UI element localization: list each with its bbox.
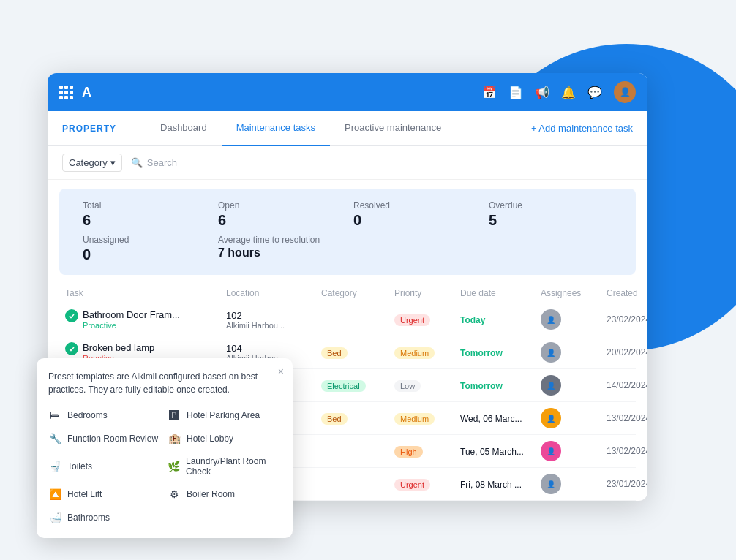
list-item[interactable]: 🏨 Hotel Lobby xyxy=(168,430,281,447)
popup-item-label: Function Room Review xyxy=(67,434,158,444)
tab-maintenance-tasks[interactable]: Maintenance tasks xyxy=(222,111,330,146)
category-badge: Bed xyxy=(321,413,348,425)
due-date: Tomorrow xyxy=(460,348,503,358)
assignee-avatar: 👤 xyxy=(541,474,561,494)
search-bar[interactable]: 🔍 Search xyxy=(131,157,177,168)
assignee-cell: 👤 xyxy=(541,342,607,363)
col-created: Created xyxy=(607,288,647,298)
assignee-avatar: 👤 xyxy=(541,375,561,396)
toilets-icon: 🚽 xyxy=(48,461,61,472)
bed-icon: 🛏 xyxy=(48,409,61,421)
category-badge: Electrical xyxy=(321,380,366,392)
stat-avg-label: Average time to resolution xyxy=(218,235,477,245)
lift-icon: 🔼 xyxy=(48,488,61,500)
stat-open-label: Open xyxy=(218,200,342,211)
list-item[interactable]: 🚽 Toilets xyxy=(48,453,162,480)
stat-total-value: 6 xyxy=(83,212,206,229)
list-item[interactable]: 🛏 Bedrooms xyxy=(48,406,162,424)
task-cell-1: Bathroom Door Fram... Proactive xyxy=(65,309,226,330)
priority-badge: Low xyxy=(394,380,421,392)
due-date-cell: Fri, 08 March ... xyxy=(460,477,541,491)
filter-bar: Category ▾ 🔍 Search xyxy=(48,146,647,180)
priority-badge: Medium xyxy=(394,413,435,425)
created-date: 20/02/2024 xyxy=(607,347,647,357)
priority-badge: Urgent xyxy=(394,314,430,326)
user-avatar[interactable]: 👤 xyxy=(614,81,636,103)
bell-icon[interactable]: 🔔 xyxy=(561,86,576,99)
list-item[interactable]: 🔧 Function Room Review xyxy=(48,430,162,447)
secondary-nav: PROPERTY Dashboard Maintenance tasks Pro… xyxy=(48,111,647,146)
megaphone-icon[interactable]: 📢 xyxy=(535,86,549,99)
assignee-avatar: 👤 xyxy=(541,309,561,330)
col-task: Task xyxy=(65,288,226,298)
popup-item-label: Hotel Lobby xyxy=(187,434,233,444)
assignee-avatar: 👤 xyxy=(541,441,561,461)
popup-card: × Preset templates are Alkimii configure… xyxy=(37,358,293,538)
due-date: Wed, 06 Marc... xyxy=(460,414,522,424)
due-date-cell: Tomorrow xyxy=(460,379,541,392)
list-item[interactable]: 🌿 Laundry/Plant Room Check xyxy=(168,453,281,480)
priority-cell: Low xyxy=(394,379,460,392)
chat-icon[interactable]: 💬 xyxy=(587,86,602,99)
category-cell: Bed xyxy=(321,412,394,425)
stat-overdue: Overdue 5 xyxy=(483,200,618,229)
category-badge: Bed xyxy=(321,347,348,359)
popup-item-label: Hotel Lift xyxy=(67,489,102,499)
assignee-avatar: 👤 xyxy=(541,342,561,363)
nav-left: A xyxy=(59,85,92,100)
popup-item-label: Hotel Parking Area xyxy=(187,410,260,420)
assignee-cell: 👤 xyxy=(541,375,607,396)
due-date: Today xyxy=(460,315,485,325)
parking-icon: 🅿 xyxy=(168,409,181,421)
app-logo: A xyxy=(82,85,92,100)
stat-open: Open 6 xyxy=(212,200,348,229)
task-name: Bathroom Door Fram... xyxy=(83,309,180,320)
assignee-cell: 👤 xyxy=(541,408,607,428)
due-date: Fri, 08 March ... xyxy=(460,480,522,490)
priority-badge: High xyxy=(394,446,423,458)
created-date: 23/01/2024 xyxy=(607,479,647,489)
task-type: Proactive xyxy=(83,321,180,330)
top-nav-bar: A 📅 📄 📢 🔔 💬 👤 xyxy=(48,73,647,111)
tab-dashboard[interactable]: Dashboard xyxy=(146,111,222,146)
category-cell: Bed xyxy=(321,346,394,359)
list-item[interactable]: ⚙ Boiler Room xyxy=(168,485,281,503)
due-date-cell: Today xyxy=(460,313,541,326)
due-date-cell: Tue, 05 March... xyxy=(460,444,541,458)
add-maintenance-task-button[interactable]: + Add maintenance task xyxy=(531,123,633,134)
popup-item-label: Bathrooms xyxy=(67,512,110,523)
assignee-cell: 👤 xyxy=(541,474,607,494)
table-row[interactable]: Bathroom Door Fram... Proactive 102 Alki… xyxy=(59,303,636,336)
chevron-down-icon: ▾ xyxy=(110,157,116,168)
created-date: 23/02/2024 xyxy=(607,314,647,325)
task-name: Broken bed lamp xyxy=(83,342,154,353)
grid-icon[interactable] xyxy=(59,86,73,99)
property-label: PROPERTY xyxy=(62,124,116,134)
popup-close-button[interactable]: × xyxy=(278,366,284,377)
check-done-icon[interactable] xyxy=(65,342,78,355)
assignee-avatar: 👤 xyxy=(541,408,561,428)
laundry-icon: 🌿 xyxy=(168,461,180,472)
tab-proactive-maintenance[interactable]: Proactive maintenance xyxy=(330,111,456,146)
list-item[interactable]: 🅿 Hotel Parking Area xyxy=(168,406,281,424)
hotel-lobby-icon: 🏨 xyxy=(168,433,181,444)
stat-open-value: 6 xyxy=(218,212,342,229)
col-category: Category xyxy=(321,288,394,298)
calendar-icon[interactable]: 📅 xyxy=(482,86,497,99)
category-filter[interactable]: Category ▾ xyxy=(62,154,122,172)
document-icon[interactable]: 📄 xyxy=(508,86,523,99)
due-date-cell: Tomorrow xyxy=(460,346,541,359)
nav-right: 📅 📄 📢 🔔 💬 👤 xyxy=(482,81,636,103)
list-item[interactable]: 🛁 Bathrooms xyxy=(48,509,162,526)
list-item[interactable]: 🔼 Hotel Lift xyxy=(48,485,162,503)
location-cell: 102 Alkimii Harbou... xyxy=(226,310,321,330)
category-filter-label: Category xyxy=(69,157,108,168)
search-placeholder: Search xyxy=(147,157,177,168)
check-done-icon[interactable] xyxy=(65,309,78,322)
popup-item-label: Laundry/Plant Room Check xyxy=(186,456,281,477)
col-due-date: Due date xyxy=(460,288,541,298)
priority-badge: Urgent xyxy=(394,479,430,491)
assignee-cell: 👤 xyxy=(541,309,607,330)
col-priority: Priority xyxy=(394,288,460,298)
stat-resolved: Resolved 0 xyxy=(348,200,483,229)
